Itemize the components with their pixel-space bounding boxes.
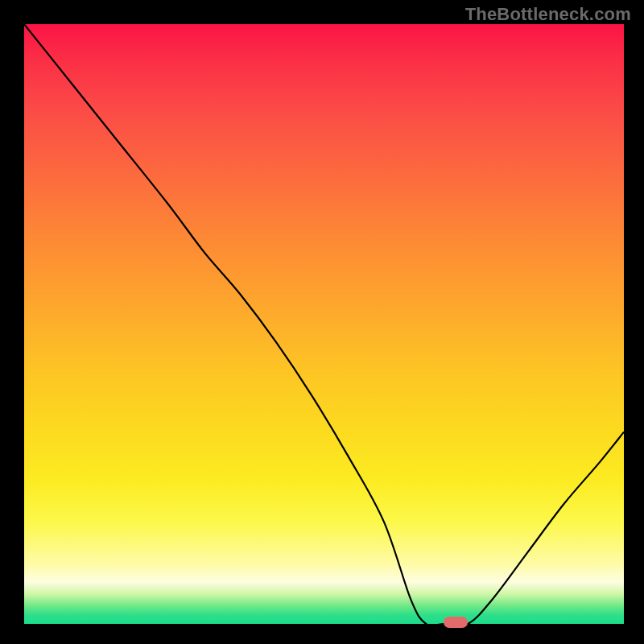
chart-frame: TheBottleneck.com	[0, 0, 644, 644]
watermark-text: TheBottleneck.com	[465, 4, 631, 25]
optimal-marker	[444, 617, 468, 628]
bottleneck-curve-path	[24, 24, 624, 624]
curve-svg	[24, 24, 624, 624]
plot-area	[24, 24, 624, 624]
